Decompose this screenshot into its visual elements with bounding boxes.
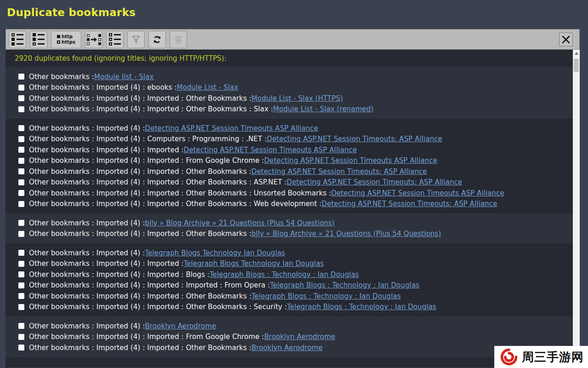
scrollbar-track[interactable] <box>573 50 580 368</box>
duplicate-row: Other bookmarks : Imported (4) : Importe… <box>6 144 573 155</box>
bookmark-link[interactable]: Telegraph Blogs : Technology : Ian Dougl… <box>287 303 436 311</box>
bookmark-link[interactable]: blly » Blog Archive » 21 Questions (Plus… <box>251 230 441 238</box>
bookmark-path: Other bookmarks : Imported (4) : Importe… <box>29 230 251 238</box>
list-first-unmarked-icon <box>11 33 23 46</box>
duplicate-row: Other bookmarks : Imported (4) : Importe… <box>6 229 573 240</box>
bookmark-checkbox[interactable] <box>18 271 24 277</box>
list-last-unmarked-icon <box>33 33 45 46</box>
bookmark-checkbox[interactable] <box>18 168 24 174</box>
bookmark-checkbox[interactable] <box>18 345 24 351</box>
bookmark-link[interactable]: Detecting ASP.NET Session Timeouts ASP A… <box>331 189 504 197</box>
bookmark-link[interactable]: Detecting ASP.NET Session Timeouts ASP A… <box>145 124 318 132</box>
https-label: https <box>62 40 75 45</box>
bookmark-path: Other bookmarks : Imported (4) : <box>29 249 145 257</box>
up-arrow-icon <box>575 52 578 55</box>
bookmark-path: Other bookmarks : Imported (4) : Importe… <box>29 156 264 165</box>
red-spiral-icon <box>500 348 518 366</box>
bookmark-link[interactable]: Module list - Slax <box>94 73 154 81</box>
bookmark-link[interactable]: Detecting ASP.NET Session Timeouts ASP A… <box>264 156 437 165</box>
duplicate-row: Other bookmarks : Imported (4) : ebooks … <box>6 82 573 93</box>
duplicate-row: Other bookmarks : Imported (4) : Importe… <box>6 291 573 302</box>
duplicate-row: Other bookmarks : Imported (4) : Detecti… <box>6 123 573 134</box>
bookmark-path: Other bookmarks : Imported (4) : Importe… <box>29 344 251 352</box>
duplicate-group: Other bookmarks : Imported (4) : Brookly… <box>6 316 573 357</box>
scroll-up-button[interactable] <box>573 50 580 57</box>
page-title: Duplicate bookmarks <box>0 0 588 18</box>
scrollbar-thumb[interactable] <box>574 59 579 72</box>
bookmark-checkbox[interactable] <box>18 323 24 329</box>
bookmark-checkbox[interactable] <box>18 95 24 101</box>
duplicate-row: Other bookmarks : Imported (4) : Importe… <box>6 166 573 177</box>
filter-button[interactable] <box>127 31 145 48</box>
bookmark-checkbox[interactable] <box>18 179 24 185</box>
move-marked-button[interactable] <box>85 31 102 48</box>
close-button[interactable] <box>559 33 573 46</box>
bookmark-link[interactable]: Telegraph Blogs : Technology : Ian Dougl… <box>209 270 359 279</box>
bookmark-checkbox[interactable] <box>18 74 24 80</box>
bookmark-path: Other bookmarks : Imported (4) : ebooks … <box>29 83 177 92</box>
duplicate-row: Other bookmarks : Imported (4) : Importe… <box>6 280 573 291</box>
duplicate-group: Other bookmarks : Module list - SlaxOthe… <box>6 67 573 119</box>
bookmark-link[interactable]: Brooklyn Aerodrome <box>145 322 216 330</box>
duplicate-row: Other bookmarks : Imported (4) : Importe… <box>6 104 573 115</box>
bookmark-checkbox[interactable] <box>18 250 24 256</box>
bookmark-checkbox[interactable] <box>18 304 24 310</box>
bookmark-link[interactable]: blly » Blog Archive » 21 Questions (Plus… <box>145 219 335 227</box>
bookmark-checkbox[interactable] <box>18 147 24 153</box>
bookmark-link[interactable]: Module List - Slax (HTTPS) <box>251 94 343 103</box>
bookmark-checkbox[interactable] <box>18 106 24 112</box>
bookmark-link[interactable]: Detecting ASP.NET Session Timeouts ASP A… <box>184 146 357 154</box>
mark-all-but-first-button[interactable] <box>9 31 26 48</box>
bookmark-link[interactable]: Detecting ASP.NET Session Timeouts: ASP … <box>287 178 462 186</box>
trash-icon <box>173 34 183 45</box>
duplicate-row: Other bookmarks : Imported (4) : Importe… <box>6 302 573 313</box>
arrow-right-icon <box>91 37 97 42</box>
toolbar: http https <box>6 29 580 50</box>
bookmark-link[interactable]: Detecting ASP.NET Session Timeouts: ASP … <box>251 167 427 176</box>
reload-button[interactable] <box>148 31 166 48</box>
bookmark-path: Other bookmarks : Imported (4) : Importe… <box>29 200 322 208</box>
bookmark-checkbox[interactable] <box>18 282 24 288</box>
bookmark-link[interactable]: Module List - Slax <box>177 83 238 92</box>
bookmark-checkbox[interactable] <box>18 220 24 226</box>
duplicate-row: Other bookmarks : Imported (4) : Telegra… <box>6 247 573 259</box>
bookmark-checkbox[interactable] <box>18 261 24 267</box>
duplicate-row: Other bookmarks : Imported (4) : Importe… <box>6 199 573 210</box>
bookmark-link[interactable]: Telegraph Blogs : Technology : Ian Dougl… <box>251 292 401 300</box>
bookmark-checkbox[interactable] <box>18 158 24 164</box>
bookmark-link[interactable]: Module List - Slax (renamed) <box>273 105 373 113</box>
bookmark-checkbox[interactable] <box>18 85 24 91</box>
duplicate-row: Other bookmarks : Imported (4) : Importe… <box>6 188 573 199</box>
duplicate-row: Other bookmarks : Imported (4) : blly » … <box>6 218 573 229</box>
bookmark-link[interactable]: Brooklyn Aerodrome <box>251 344 322 352</box>
bookmark-checkbox[interactable] <box>18 125 24 131</box>
unmark-all-button[interactable] <box>106 31 124 48</box>
bookmark-checkbox[interactable] <box>18 136 24 142</box>
duplicate-row: Other bookmarks : Imported (4) : Brookly… <box>6 321 573 332</box>
bookmark-checkbox[interactable] <box>18 201 24 207</box>
bookmark-link[interactable]: Detecting ASP.NET Session Timeouts: ASP … <box>267 135 442 143</box>
bookmark-link[interactable]: Telegraph Blogs : Technology : Ian Dougl… <box>270 281 419 289</box>
mark-all-but-last-button[interactable] <box>30 31 47 48</box>
bookmark-checkbox[interactable] <box>18 231 24 237</box>
bookmark-link[interactable]: Detecting ASP.NET Session Timeouts: ASP … <box>322 200 497 208</box>
duplicate-groups: Other bookmarks : Module list - SlaxOthe… <box>6 67 573 357</box>
mark-http-https-button[interactable]: http https <box>51 31 81 48</box>
bookmark-checkbox[interactable] <box>18 334 24 340</box>
bookmark-path: Other bookmarks : Imported (4) : Importe… <box>29 146 184 154</box>
bookmark-path: Other bookmarks : Imported (4) : Importe… <box>29 270 209 279</box>
bookmark-link[interactable]: Telegraph Blogs Technology Ian Douglas <box>184 259 324 268</box>
delete-marked-button[interactable] <box>170 31 187 48</box>
results-area: 2920 duplicates found (ignoring titles; … <box>6 50 580 368</box>
bookmark-path: Other bookmarks : Imported (4) : Importe… <box>29 94 251 103</box>
bookmark-path: Other bookmarks : Imported (4) : Compute… <box>29 135 267 143</box>
bookmark-link[interactable]: Brooklyn Aerodrome <box>264 333 335 341</box>
bookmark-checkbox[interactable] <box>18 190 24 196</box>
duplicate-bookmarks-panel: http https <box>6 29 580 368</box>
bookmark-path: Other bookmarks : Imported (4) : Importe… <box>29 105 273 113</box>
bookmark-link[interactable]: Telegraph Blogs Technology Ian Douglas <box>145 249 285 257</box>
duplicate-row: Other bookmarks : Imported (4) : Importe… <box>6 332 573 343</box>
bookmark-path: Other bookmarks : Imported (4) : Importe… <box>29 167 251 176</box>
duplicate-group: Other bookmarks : Imported (4) : Telegra… <box>6 243 573 316</box>
bookmark-checkbox[interactable] <box>18 293 24 299</box>
